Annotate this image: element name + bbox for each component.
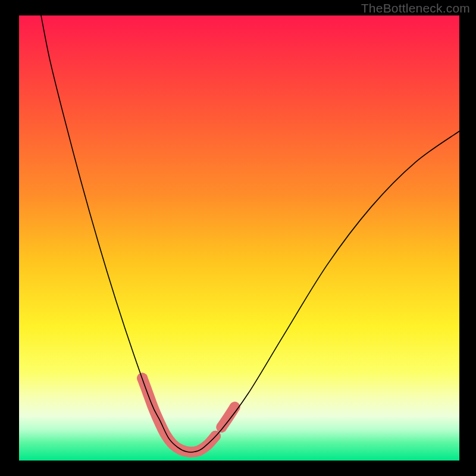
highlight-cap	[216, 422, 227, 433]
gradient-background	[19, 15, 459, 461]
chart-stage: { "attribution": "TheBottleneck.com", "c…	[0, 0, 476, 476]
attribution-text: TheBottleneck.com	[361, 1, 470, 15]
bottleneck-chart	[0, 0, 476, 476]
